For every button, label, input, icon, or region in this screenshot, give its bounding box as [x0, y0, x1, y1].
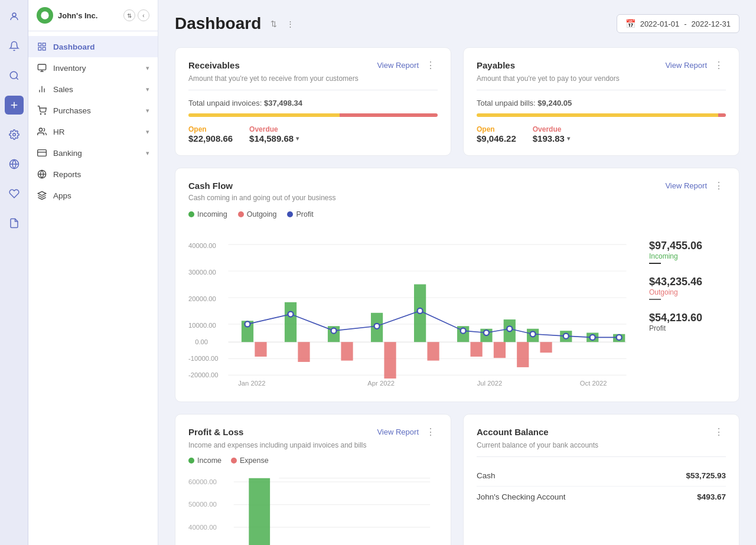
pnl-legend-expense: Expense	[231, 456, 269, 465]
outgoing-label: Outgoing	[649, 288, 726, 296]
payables-title: Payables	[477, 60, 515, 70]
svg-point-0	[12, 13, 16, 17]
receivables-more-button[interactable]: ⋮	[423, 60, 438, 71]
top-cards-row: Receivables View Report ⋮ Amount that yo…	[175, 47, 739, 156]
svg-text:10000.00: 10000.00	[188, 322, 216, 329]
svg-point-1	[10, 71, 17, 79]
nav-icon-search[interactable]	[5, 66, 24, 85]
receivables-divider	[188, 90, 438, 90]
payables-overdue-chevron-icon[interactable]: ▾	[567, 135, 570, 142]
sidebar-header: John's Inc. ⇅ ‹	[28, 0, 158, 31]
cashflow-more-button[interactable]: ⋮	[712, 180, 726, 191]
account-value-cash: $53,725.93	[686, 471, 726, 480]
incoming-value: $97,455.06	[649, 240, 726, 252]
icon-bar	[0, 0, 28, 545]
svg-text:20000.00: 20000.00	[188, 295, 216, 302]
title-more-button[interactable]: ⋮	[284, 17, 296, 30]
payables-actions: View Report ⋮	[665, 60, 726, 71]
sidebar-item-inventory[interactable]: Inventory ▾	[28, 57, 158, 79]
outgoing-dot	[238, 211, 244, 217]
payables-subtitle: Amount that you're yet to pay to your ve…	[477, 74, 726, 83]
payables-amounts: Open $9,046.22 Overdue $193.83 ▾	[477, 125, 726, 143]
svg-rect-39	[255, 342, 266, 357]
nav-icon-heart[interactable]	[5, 184, 24, 203]
receivables-overdue-bar	[340, 113, 438, 117]
svg-rect-47	[427, 342, 439, 360]
receivables-view-report[interactable]: View Report	[377, 61, 419, 70]
payables-view-report[interactable]: View Report	[665, 61, 707, 70]
nav-icon-user[interactable]	[5, 7, 24, 26]
svg-text:0.00: 0.00	[195, 338, 208, 345]
cashflow-legend: Incoming Outgoing Profit	[188, 210, 726, 218]
date-separator: -	[684, 19, 686, 28]
sidebar-item-reports[interactable]: Reports	[28, 164, 158, 185]
account-value-checking: $493.67	[697, 492, 726, 501]
sidebar-item-label: HR	[53, 128, 65, 136]
payables-total-amount: $9,240.05	[537, 99, 572, 107]
cashflow-stats: $97,455.06 Incoming $43,235.46 Outgoing …	[649, 228, 726, 332]
chevron-down-icon: ▾	[146, 149, 149, 157]
purchases-icon	[37, 105, 47, 116]
svg-text:40000.00: 40000.00	[188, 242, 216, 249]
pnl-view-report[interactable]: View Report	[377, 427, 419, 436]
svg-text:Apr 2022: Apr 2022	[367, 380, 395, 387]
nav-icon-file[interactable]	[5, 214, 24, 233]
overdue-chevron-icon[interactable]: ▾	[296, 135, 299, 142]
sidebar-collapse-button[interactable]: ‹	[138, 9, 149, 21]
sidebar-item-label: Inventory	[53, 64, 86, 73]
dashboard-icon	[37, 41, 47, 52]
pnl-chart-area: 60000.00 50000.00 40000.00 30000.00	[188, 471, 438, 545]
chevron-down-icon: ▾	[146, 107, 149, 115]
svg-point-69	[590, 335, 595, 340]
sidebar-item-label: Purchases	[53, 106, 91, 115]
receivables-total-label: Total unpaid invoices: $37,498.34	[188, 99, 438, 107]
sidebar-item-hr[interactable]: HR ▾	[28, 121, 158, 142]
nav-icon-plus[interactable]	[5, 96, 24, 115]
profit-dot	[287, 211, 293, 217]
payables-progress-bar	[477, 113, 726, 117]
svg-point-62	[374, 324, 380, 329]
nav-icon-bell[interactable]	[5, 37, 24, 56]
account-name-cash: Cash	[477, 471, 496, 480]
outgoing-value: $43,235.46	[649, 276, 726, 288]
svg-rect-45	[384, 342, 396, 378]
date-range-picker[interactable]: 📅 2022-01-01 - 2022-12-31	[617, 14, 739, 33]
sidebar-item-dashboard[interactable]: Dashboard	[28, 36, 158, 57]
pnl-subtitle: Income and expenses including unpaid inv…	[188, 441, 438, 449]
svg-point-64	[461, 328, 466, 334]
sidebar-item-banking[interactable]: Banking ▾	[28, 142, 158, 164]
chevron-down-icon: ▾	[146, 86, 149, 93]
svg-rect-20	[38, 150, 47, 156]
cashflow-header: Cash Flow View Report ⋮	[188, 180, 726, 191]
payables-more-button[interactable]: ⋮	[712, 60, 726, 71]
receivables-open-label: Open	[188, 125, 233, 133]
sidebar-item-purchases[interactable]: Purchases ▾	[28, 100, 158, 121]
nav-icon-settings[interactable]	[5, 125, 24, 144]
svg-point-59	[245, 321, 250, 327]
sidebar-sort-button[interactable]: ⇅	[123, 9, 135, 21]
title-sort-button[interactable]: ⇅	[267, 17, 280, 30]
sidebar: John's Inc. ⇅ ‹ Dashboard Inventory ▾ Sa…	[28, 0, 158, 545]
cashflow-chart-container: 40000.00 30000.00 20000.00 10000.00 0.00…	[188, 228, 726, 390]
receivables-open-bar	[188, 113, 340, 117]
svg-rect-40	[285, 302, 296, 342]
receivables-overdue-value: $14,589.68 ▾	[249, 133, 299, 143]
svg-rect-9	[38, 43, 41, 46]
nav-icon-globe[interactable]	[5, 155, 24, 174]
pnl-more-button[interactable]: ⋮	[423, 426, 438, 438]
sidebar-controls: ⇅ ‹	[123, 9, 149, 21]
cashflow-actions: View Report ⋮	[665, 180, 726, 191]
sidebar-item-label: Apps	[53, 191, 71, 200]
sidebar-item-sales[interactable]: Sales ▾	[28, 79, 158, 100]
receivables-header: Receivables View Report ⋮	[188, 60, 438, 71]
receivables-open-value: $22,908.66	[188, 133, 233, 143]
svg-text:-10000.00: -10000.00	[188, 355, 219, 362]
account-balance-more-button[interactable]: ⋮	[712, 426, 726, 438]
incoming-stat: $97,455.06 Incoming	[649, 240, 726, 266]
reports-icon	[37, 169, 47, 180]
sidebar-item-apps[interactable]: Apps	[28, 185, 158, 206]
receivables-overdue-col: Overdue $14,589.68 ▾	[249, 125, 299, 143]
cashflow-view-report[interactable]: View Report	[665, 181, 707, 190]
account-list: Cash $53,725.93 John's Checking Account …	[477, 465, 726, 507]
sidebar-company: John's Inc.	[37, 7, 97, 24]
